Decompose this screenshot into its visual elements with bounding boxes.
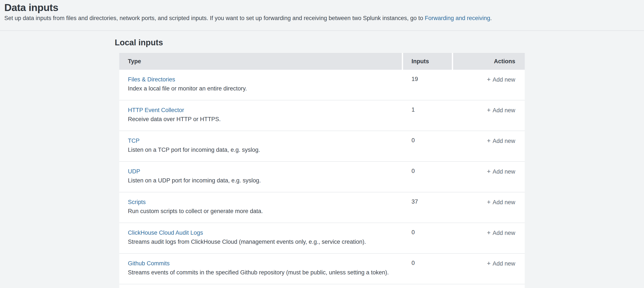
table-row: TCP Listen on a TCP port for incoming da… (119, 131, 525, 162)
add-new-link[interactable]: +Add new (487, 107, 515, 114)
plus-icon: + (487, 260, 491, 267)
type-link-github-commits[interactable]: Github Commits (128, 260, 170, 267)
type-link-http-event-collector[interactable]: HTTP Event Collector (128, 106, 184, 114)
add-new-label: Add new (492, 138, 515, 144)
table-row: Github Commits Streams events of commits… (119, 254, 525, 284)
table-row: Scripts Run custom scripts to collect or… (119, 192, 525, 223)
type-cell: Scripts Run custom scripts to collect or… (119, 198, 403, 223)
actions-cell: +Add new (453, 198, 525, 223)
plus-icon: + (487, 198, 491, 205)
add-new-label: Add new (492, 199, 515, 205)
type-cell: HTTP Event Collector Receive data over H… (119, 106, 403, 131)
type-cell: Files & Directories Index a local file o… (119, 76, 403, 100)
column-header-actions: Actions (453, 53, 525, 70)
table-row: Files & Directories Index a local file o… (119, 70, 525, 100)
column-header-type: Type (119, 53, 402, 70)
type-cell: UDP Listen on a UDP port for incoming da… (119, 168, 403, 192)
page-header: Data inputs Set up data inputs from file… (0, 0, 644, 31)
actions-cell: +Add new (453, 106, 525, 131)
type-link-files-and-directories[interactable]: Files & Directories (128, 76, 175, 83)
add-new-link[interactable]: +Add new (487, 76, 515, 83)
next-row-partial (119, 284, 525, 288)
type-link-tcp[interactable]: TCP (128, 137, 140, 144)
type-link-udp[interactable]: UDP (128, 168, 140, 175)
add-new-label: Add new (492, 107, 515, 114)
page-subtitle-text: Set up data inputs from files and direct… (4, 15, 425, 21)
add-new-link[interactable]: +Add new (487, 138, 515, 144)
forwarding-and-receiving-link[interactable]: Forwarding and receiving (425, 15, 490, 21)
actions-cell: +Add new (453, 168, 525, 192)
actions-cell: +Add new (453, 76, 525, 100)
input-type-description: Index a local file or monitor an entire … (128, 85, 403, 92)
table-header-row: Type Inputs Actions (119, 53, 525, 70)
add-new-link[interactable]: +Add new (487, 260, 515, 267)
page-title: Data inputs (4, 1, 635, 14)
inputs-count: 19 (403, 76, 453, 100)
type-cell: ClickHouse Cloud Audit Logs Streams audi… (119, 229, 403, 253)
inputs-count: 1 (403, 106, 453, 131)
table-row: HTTP Event Collector Receive data over H… (119, 100, 525, 131)
actions-cell: +Add new (453, 260, 525, 284)
inputs-count: 0 (403, 168, 453, 192)
table-row: ClickHouse Cloud Audit Logs Streams audi… (119, 223, 525, 254)
input-type-description: Run custom scripts to collect or generat… (128, 207, 403, 215)
input-type-description: Listen on a TCP port for incoming data, … (128, 146, 403, 153)
add-new-label: Add new (492, 230, 515, 236)
plus-icon: + (487, 168, 491, 175)
plus-icon: + (487, 76, 491, 83)
type-cell: Github Commits Streams events of commits… (119, 260, 403, 284)
local-inputs-section: Local inputs Type Inputs Actions Files &… (119, 31, 525, 288)
type-cell: TCP Listen on a TCP port for incoming da… (119, 137, 403, 161)
inputs-count: 37 (403, 198, 453, 223)
inputs-count: 0 (403, 260, 453, 284)
add-new-label: Add new (492, 168, 515, 175)
column-header-inputs: Inputs (403, 53, 452, 70)
add-new-link[interactable]: +Add new (487, 230, 515, 236)
inputs-count: 0 (403, 137, 453, 161)
type-link-scripts[interactable]: Scripts (128, 198, 146, 206)
table-row: UDP Listen on a UDP port for incoming da… (119, 162, 525, 192)
add-new-label: Add new (492, 260, 515, 267)
input-type-description: Listen on a UDP port for incoming data, … (128, 177, 403, 184)
actions-cell: +Add new (453, 229, 525, 253)
add-new-link[interactable]: +Add new (487, 199, 515, 205)
plus-icon: + (487, 229, 491, 236)
inputs-count: 0 (403, 229, 453, 253)
actions-cell: +Add new (453, 137, 525, 161)
plus-icon: + (487, 106, 491, 114)
plus-icon: + (487, 137, 491, 144)
page-subtitle-period: . (490, 15, 492, 21)
input-type-description: Streams audit logs from ClickHouse Cloud… (128, 238, 403, 245)
type-link-clickhouse-cloud-audit-logs[interactable]: ClickHouse Cloud Audit Logs (128, 229, 203, 236)
input-type-description: Receive data over HTTP or HTTPS. (128, 116, 403, 123)
data-inputs-table: Type Inputs Actions Files & Directories … (119, 53, 525, 288)
input-type-description: Streams events of commits in the specifi… (128, 269, 403, 276)
section-title: Local inputs (115, 38, 525, 48)
add-new-link[interactable]: +Add new (487, 168, 515, 175)
page-subtitle: Set up data inputs from files and direct… (4, 15, 635, 22)
add-new-label: Add new (492, 76, 515, 83)
